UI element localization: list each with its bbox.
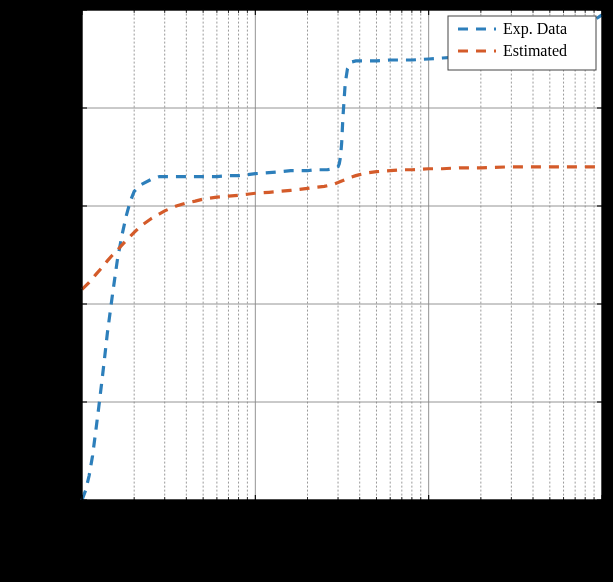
legend: Exp. DataEstimated <box>448 16 596 70</box>
line-chart: 10-1100101102012345Period [s]Damping rat… <box>0 0 613 582</box>
y-tick-label: 5 <box>64 1 72 18</box>
x-tick-label: 100 <box>245 506 267 525</box>
x-axis-label: Period [s] <box>303 532 381 554</box>
plot-background <box>82 10 602 500</box>
y-tick-label: 1 <box>64 393 72 410</box>
x-tick-label: 10-1 <box>69 506 94 525</box>
y-tick-label: 0 <box>64 491 72 508</box>
y-tick-label: 3 <box>64 197 72 214</box>
legend-label-1: Estimated <box>503 42 567 59</box>
x-tick-label: 101 <box>418 506 440 525</box>
y-axis-label: Damping ratio [%] <box>12 179 35 330</box>
legend-label-0: Exp. Data <box>503 20 567 38</box>
y-tick-label: 4 <box>64 99 72 116</box>
x-tick-label: 102 <box>591 506 613 525</box>
y-tick-label: 2 <box>64 295 72 312</box>
